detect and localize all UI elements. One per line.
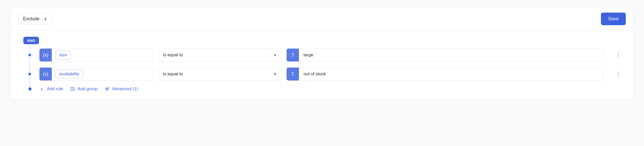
save-button[interactable]: Save [601,13,626,25]
topbar: Exclude ▲▼ Save [11,7,633,31]
rule-builder-card: Exclude ▲▼ Save AND (x) size is equal to… [10,7,634,99]
advanced-button[interactable]: Advanced (1) [105,86,138,92]
tree-node-dot [28,87,32,90]
more-menu-icon[interactable]: ⋮ [613,71,623,77]
plus-icon: ＋ [39,86,44,92]
attribute-chip: size [55,51,71,59]
rule-row: (x) size is equal to ▲▼ T large ⋮ [23,48,623,62]
value-text: large [299,52,313,58]
variable-icon: (x) [39,68,52,80]
add-group-icon [70,87,75,91]
attribute-chip: availability [55,70,83,78]
operator-select[interactable]: is equal to ▲▼ [158,48,281,62]
value-field[interactable]: T out of stock [286,67,603,81]
mode-select[interactable]: Exclude ▲▼ [18,13,52,24]
advanced-label: Advanced (1) [112,86,138,92]
add-rule-label: Add rule [47,86,63,92]
rule-builder-body: AND (x) size is equal to ▲▼ T large [11,31,633,99]
attribute-field[interactable]: (x) availability [39,67,153,81]
select-chevron-icon: ▲▼ [274,53,276,57]
rule-row: (x) availability is equal to ▲▼ T out of… [23,67,623,81]
conjunction-badge[interactable]: AND [23,37,39,44]
operator-select[interactable]: is equal to ▲▼ [158,67,281,81]
add-group-label: Add group [77,86,97,92]
select-chevron-icon: ▲▼ [44,17,47,21]
operator-label: is equal to [163,52,183,58]
attribute-field[interactable]: (x) size [39,48,153,62]
value-field[interactable]: T large [286,48,603,62]
text-icon: T [287,68,299,80]
select-chevron-icon: ▲▼ [274,72,276,76]
add-group-button[interactable]: Add group [70,86,97,92]
svg-point-6 [106,88,106,89]
svg-point-7 [107,89,107,90]
variable-icon: (x) [39,49,52,61]
more-menu-icon[interactable]: ⋮ [613,52,623,58]
value-text: out of stock [299,71,326,77]
mode-select-label: Exclude [23,16,39,22]
operator-label: is equal to [163,71,183,77]
add-rule-button[interactable]: ＋ Add rule [39,86,63,92]
tree-node-dot [28,73,31,75]
tree-node-dot [28,54,31,56]
sliders-icon [105,87,109,91]
svg-point-8 [108,88,109,88]
text-icon: T [287,49,299,61]
builder-actions: ＋ Add rule Add group [23,86,623,92]
